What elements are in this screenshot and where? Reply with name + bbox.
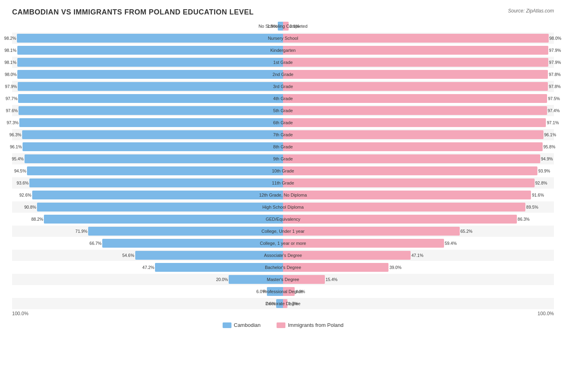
bar-value-right: 91.6% — [532, 189, 544, 201]
axis-labels: 100.0% 100.0% — [12, 311, 554, 316]
bar-category-label: 1st Grade — [272, 57, 294, 68]
bar-category-label: Master's Degree — [265, 274, 301, 285]
bar-category-label: 12th Grade, No Diploma — [258, 189, 309, 201]
bar-value-left: 96.3% — [9, 129, 21, 140]
bar-blue: 93.6% — [29, 179, 283, 187]
bar-blue: 97.9% — [18, 82, 283, 91]
bar-category-label: 7th Grade — [272, 129, 295, 140]
left-section: 71.9% — [12, 226, 283, 237]
bar-pink: 93.9% — [283, 166, 537, 175]
bar-category-label: Professional Degree — [261, 286, 305, 297]
bar-pink: 96.1% — [283, 130, 543, 139]
left-section: 94.5% — [12, 165, 283, 177]
legend-cambodian-color — [223, 322, 231, 328]
left-section: 97.6% — [12, 105, 283, 116]
right-section: 93.9% — [283, 165, 554, 177]
bar-value-left: 97.7% — [6, 93, 18, 104]
bar-value-left: 93.6% — [17, 177, 29, 189]
left-section: 98.1% — [12, 57, 283, 68]
bar-value-right: 92.8% — [535, 177, 547, 189]
bar-category-label: High School Diploma — [261, 201, 306, 213]
chart-container: CAMBODIAN VS IMMIGRANTS FROM POLAND EDUC… — [0, 0, 566, 348]
bar-pink: 97.9% — [283, 46, 548, 55]
bar-row: 47.2%Bachelor's Degree39.0% — [12, 262, 554, 273]
bar-blue: 96.1% — [23, 142, 283, 151]
bar-value-left: 97.6% — [6, 105, 18, 116]
left-section: 1.9% — [12, 21, 283, 32]
bar-value-right: 65.2% — [461, 226, 473, 237]
bar-value-left: 20.0% — [216, 274, 228, 285]
right-section: 97.9% — [283, 57, 554, 68]
bar-blue: 66.7% — [102, 239, 283, 248]
right-axis-label: 100.0% — [537, 311, 554, 316]
bar-row: 96.3%7th Grade96.1% — [12, 129, 554, 140]
right-section: 89.5% — [283, 201, 554, 213]
bar-category-label: No Schooling Completed — [257, 21, 309, 32]
bar-blue: 88.2% — [44, 215, 283, 224]
bar-row: 20.0%Master's Degree15.4% — [12, 274, 554, 285]
legend-cambodian-label: Cambodian — [234, 322, 261, 328]
bar-value-right: 59.4% — [445, 238, 457, 249]
left-section: 66.7% — [12, 238, 283, 249]
bar-value-left: 88.2% — [31, 213, 43, 225]
left-section: 90.8% — [12, 201, 283, 213]
bar-row: 98.1%Kindergarten97.9% — [12, 45, 554, 56]
right-section: 97.4% — [283, 105, 554, 116]
bar-row: 2.6%Doctorate Degree1.7% — [12, 298, 554, 309]
bar-category-label: 8th Grade — [272, 141, 295, 152]
left-section: 88.2% — [12, 213, 283, 225]
bars-wrapper: 97.9%3rd Grade97.8% — [12, 81, 554, 92]
right-section: 15.4% — [283, 274, 554, 285]
right-section: 39.0% — [283, 262, 554, 273]
bars-wrapper: 98.1%Kindergarten97.9% — [12, 45, 554, 56]
bars-wrapper: 96.1%8th Grade95.8% — [12, 141, 554, 152]
bar-value-left: 54.6% — [122, 250, 134, 261]
bar-value-left: 98.0% — [5, 69, 17, 80]
bars-wrapper: 97.3%6th Grade97.1% — [12, 117, 554, 128]
bars-wrapper: 94.5%10th Grade93.9% — [12, 165, 554, 177]
left-section: 97.7% — [12, 93, 283, 104]
bar-row: 93.6%11th Grade92.8% — [12, 177, 554, 189]
bar-pink: 95.8% — [283, 142, 543, 151]
bar-value-left: 66.7% — [89, 238, 101, 249]
chart-title: CAMBODIAN VS IMMIGRANTS FROM POLAND EDUC… — [12, 8, 554, 16]
right-section: 97.8% — [283, 69, 554, 80]
bar-row: 98.1%1st Grade97.9% — [12, 57, 554, 68]
right-section: 59.4% — [283, 238, 554, 249]
left-section: 20.0% — [12, 274, 283, 285]
bar-value-right: 15.4% — [326, 274, 338, 285]
bar-row: 1.9%No Schooling Completed2.1% — [12, 21, 554, 32]
bar-row: 88.2%GED/Equivalency86.3% — [12, 213, 554, 225]
left-axis-label: 100.0% — [12, 311, 29, 316]
right-section: 97.8% — [283, 81, 554, 92]
bar-value-right: 89.5% — [526, 201, 538, 213]
bar-pink: 89.5% — [283, 203, 525, 211]
source-label: Source: ZipAtlas.com — [508, 8, 554, 14]
bar-row: 66.7%College, 1 year or more59.4% — [12, 238, 554, 249]
bar-blue: 97.7% — [18, 94, 283, 103]
left-section: 96.3% — [12, 129, 283, 140]
bar-row: 54.6%Associate's Degree47.1% — [12, 250, 554, 261]
bar-row: 97.9%3rd Grade97.8% — [12, 81, 554, 92]
bars-wrapper: 54.6%Associate's Degree47.1% — [12, 250, 554, 261]
bar-blue: 97.3% — [19, 118, 283, 127]
bar-blue: 97.6% — [19, 106, 283, 115]
right-section: 47.1% — [283, 250, 554, 261]
bar-blue: 54.6% — [135, 251, 283, 260]
right-section: 96.1% — [283, 129, 554, 140]
bar-pink: 94.9% — [283, 154, 540, 163]
legend-poland-color — [277, 322, 285, 328]
bar-value-right: 39.0% — [389, 262, 401, 273]
bar-row: 96.1%8th Grade95.8% — [12, 141, 554, 152]
left-section: 93.6% — [12, 177, 283, 189]
bar-value-left: 98.1% — [4, 57, 17, 68]
bar-value-right: 94.9% — [541, 153, 553, 164]
bar-blue: 98.1% — [17, 46, 283, 55]
right-section: 2.1% — [283, 21, 554, 32]
bar-blue: 96.3% — [22, 130, 283, 139]
bar-category-label: 10th Grade — [270, 165, 295, 177]
bars-wrapper: 93.6%11th Grade92.8% — [12, 177, 554, 189]
legend-cambodian: Cambodian — [223, 322, 261, 328]
bar-row: 95.4%9th Grade94.9% — [12, 153, 554, 164]
bar-value-left: 98.1% — [4, 45, 17, 56]
